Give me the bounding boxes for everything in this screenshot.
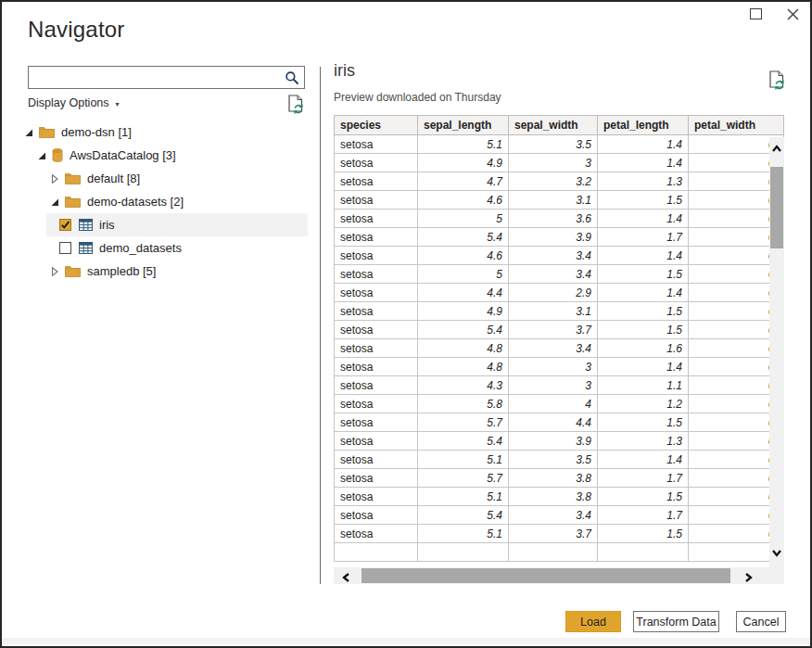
navigator-dialog: Navigator Display Options ▾ demo-dsn [1]…: [0, 0, 812, 648]
refresh-icon: [287, 95, 305, 115]
table-cell: setosa: [335, 376, 418, 395]
search-box: [28, 66, 305, 89]
checkmark-icon: [60, 220, 70, 230]
table-cell: 3.2: [509, 172, 598, 191]
table-cell: setosa: [335, 135, 418, 154]
table-cell: 5.4: [418, 228, 509, 247]
table-row: setosa4.63.41.40.: [335, 247, 784, 265]
table-cell: 1.3: [598, 172, 689, 191]
tree-item-awsdatacatalog[interactable]: AwsDataCatalog [3]: [20, 144, 308, 167]
checkbox[interactable]: [59, 219, 71, 231]
table-icon: [79, 219, 93, 231]
table-cell: 3.9: [509, 228, 598, 247]
close-button[interactable]: [784, 6, 801, 22]
table-cell: 1.6: [598, 339, 689, 358]
cancel-button[interactable]: Cancel: [736, 611, 786, 632]
tree-item-label: sampledb [5]: [87, 264, 156, 278]
table-cell: [598, 543, 689, 562]
table-cell: setosa: [335, 469, 418, 488]
table-row: setosa5.43.91.30.: [335, 432, 784, 451]
navigation-tree: demo-dsn [1] AwsDataCatalog [3] default …: [20, 121, 308, 283]
table-cell: setosa: [335, 413, 418, 432]
close-icon: [786, 7, 800, 21]
table-cell: 4.7: [418, 172, 509, 191]
table-cell: 3.5: [509, 451, 598, 469]
tree-item-demo-datasets[interactable]: demo-datasets [2]: [20, 190, 308, 213]
tree-item-demo-dsn[interactable]: demo-dsn [1]: [20, 121, 308, 144]
table-cell: 4.9: [418, 302, 509, 321]
table-cell: 5.7: [418, 413, 509, 432]
table-cell: [418, 543, 509, 562]
search-button[interactable]: [280, 67, 304, 88]
table-cell: setosa: [335, 284, 418, 302]
table-cell: 3: [509, 154, 598, 172]
table-cell: setosa: [335, 321, 418, 339]
table-cell: 3: [509, 358, 598, 376]
table-cell: 3.4: [509, 339, 598, 358]
refresh-preview-button[interactable]: [768, 70, 786, 95]
table-cell: 5: [418, 265, 509, 284]
load-button[interactable]: Load: [565, 611, 621, 632]
table-cell: 1.5: [598, 488, 689, 506]
table-cell: setosa: [335, 506, 418, 525]
table-cell: 3.4: [509, 506, 598, 525]
vertical-scrollbar[interactable]: [769, 137, 784, 567]
table-cell: 4: [509, 395, 598, 413]
expander-expanded-icon[interactable]: [37, 151, 46, 160]
table-cell: 1.2: [598, 395, 689, 413]
transform-data-button[interactable]: Transform Data: [633, 611, 719, 632]
search-input[interactable]: [29, 67, 280, 88]
table-cell: 1.5: [598, 413, 689, 432]
expander-collapsed-icon[interactable]: [50, 174, 59, 184]
scroll-down-icon[interactable]: [771, 545, 782, 562]
table-cell: 1.3: [598, 432, 689, 451]
table-cell: 4.9: [418, 154, 509, 172]
expander-collapsed-icon[interactable]: [50, 267, 59, 276]
window-controls: [747, 6, 801, 22]
tree-item-label: demo_datasets: [99, 241, 182, 255]
table-cell: 1.7: [598, 506, 689, 525]
table-cell: 3.8: [509, 469, 598, 488]
maximize-button[interactable]: [747, 6, 764, 22]
table-cell: 1.5: [598, 525, 689, 543]
table-cell: 5.1: [418, 525, 509, 543]
expander-expanded-icon[interactable]: [24, 128, 33, 137]
horizontal-scrollbar[interactable]: [334, 567, 784, 584]
table-cell: 5.1: [418, 451, 509, 469]
tree-item-label: demo-datasets [2]: [87, 195, 184, 209]
table-cell: 5.7: [418, 469, 509, 488]
scroll-right-icon[interactable]: [742, 570, 754, 587]
table-row: setosa5.13.51.40.: [335, 451, 784, 469]
table-cell: 4.8: [418, 339, 509, 358]
checkbox[interactable]: [59, 242, 71, 254]
table-cell: 5.4: [418, 506, 509, 525]
scroll-left-icon[interactable]: [341, 570, 352, 587]
expander-expanded-icon[interactable]: [50, 197, 59, 207]
tree-item-label: AwsDataCatalog [3]: [70, 148, 176, 162]
horizontal-scrollbar-thumb[interactable]: [362, 568, 730, 583]
tree-item-demo_datasets[interactable]: demo_datasets: [46, 236, 308, 260]
table-row: setosa4.42.91.40.: [335, 284, 784, 302]
table-cell: setosa: [335, 339, 418, 358]
search-icon: [285, 70, 299, 85]
tree-item-sampledb[interactable]: sampledb [5]: [20, 260, 308, 283]
table-cell: 1.4: [598, 210, 689, 228]
tree-item-default[interactable]: default [8]: [20, 167, 308, 190]
footer-strip: [2, 638, 810, 644]
tree-item-label: iris: [99, 218, 115, 232]
tree-item-label: demo-dsn [1]: [61, 125, 132, 139]
table-cell: setosa: [335, 191, 418, 210]
folder-icon: [39, 126, 55, 138]
vertical-scrollbar-thumb[interactable]: [770, 167, 783, 248]
table-cell: setosa: [335, 172, 418, 191]
table-row: setosa4.73.21.30.: [335, 172, 784, 191]
table-cell: setosa: [335, 451, 418, 469]
scroll-up-icon[interactable]: [771, 142, 782, 159]
table-cell: 5.1: [418, 488, 509, 506]
tree-item-iris[interactable]: iris: [46, 213, 308, 236]
refresh-tree-button[interactable]: [287, 95, 305, 119]
table-cell: 1.4: [598, 135, 689, 154]
display-options-dropdown[interactable]: Display Options ▾: [28, 96, 120, 109]
folder-icon: [65, 172, 81, 184]
table-row: setosa5.73.81.70.: [335, 469, 784, 488]
